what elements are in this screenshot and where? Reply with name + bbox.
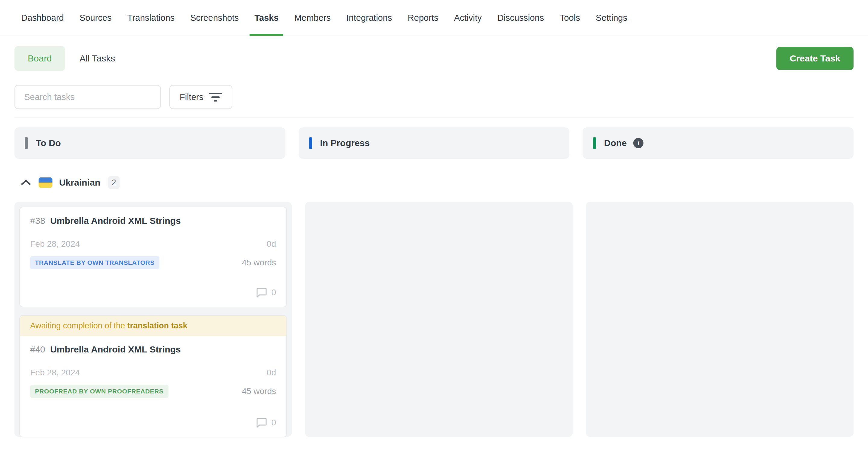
column-label-todo: To Do (36, 138, 61, 148)
task-word-count: 45 words (242, 258, 276, 267)
language-group-label: Ukrainian (59, 177, 100, 188)
nav-item-discussions[interactable]: Discussions (497, 13, 544, 36)
filter-lines-icon (209, 93, 222, 101)
nav-item-translations[interactable]: Translations (127, 13, 175, 36)
board-lanes: #38 Umbrella Android XML Strings Feb 28,… (14, 202, 854, 437)
task-word-count: 45 words (242, 387, 276, 396)
nav-item-tasks[interactable]: Tasks (254, 13, 278, 36)
nav-item-tools[interactable]: Tools (560, 13, 580, 36)
collapse-chevron-up-icon[interactable] (19, 176, 33, 189)
task-title-row: #40 Umbrella Android XML Strings (30, 344, 276, 355)
task-card-footer: 0 (30, 407, 276, 428)
workflow-step-badge: TRANSLATE BY OWN TRANSLATORS (30, 256, 159, 269)
done-info-icon[interactable]: i (633, 138, 644, 148)
column-header-done: Done i (583, 127, 854, 159)
in-progress-status-bar (309, 137, 312, 149)
column-header-in-progress: In Progress (299, 127, 569, 159)
filters-button[interactable]: Filters (169, 85, 232, 109)
nav-item-activity[interactable]: Activity (454, 13, 482, 36)
workflow-step-badge: PROOFREAD BY OWN PROOFREADERS (30, 385, 168, 398)
task-id: #38 (30, 216, 45, 226)
task-count-badge: 2 (108, 176, 120, 189)
page-content: Board All Tasks Create Task Filters To D… (0, 46, 868, 437)
column-label-done: Done (604, 138, 627, 148)
task-title: Umbrella Android XML Strings (50, 344, 181, 354)
task-card[interactable]: #38 Umbrella Android XML Strings Feb 28,… (19, 207, 287, 307)
nav-item-integrations[interactable]: Integrations (346, 13, 392, 36)
task-card[interactable]: Awaiting completion of the translation t… (19, 315, 287, 437)
lane-done (586, 202, 854, 437)
task-title-row: #38 Umbrella Android XML Strings (30, 216, 276, 226)
task-waiting-banner: Awaiting completion of the translation t… (20, 316, 286, 336)
task-card-body: #40 Umbrella Android XML Strings Feb 28,… (20, 336, 286, 437)
task-title: Umbrella Android XML Strings (50, 216, 181, 226)
top-navigation: Dashboard Sources Translations Screensho… (0, 0, 868, 36)
nav-item-settings[interactable]: Settings (596, 13, 627, 36)
tab-board[interactable]: Board (14, 46, 65, 71)
nav-item-dashboard[interactable]: Dashboard (21, 13, 64, 36)
task-date: Feb 28, 2024 (30, 239, 80, 249)
create-task-button[interactable]: Create Task (776, 47, 854, 70)
nav-item-reports[interactable]: Reports (408, 13, 438, 36)
banner-bold-text: translation task (127, 321, 187, 330)
task-meta-row: Feb 28, 2024 0d (30, 368, 276, 378)
comment-bubble-icon (256, 287, 267, 298)
task-badge-row: PROOFREAD BY OWN PROOFREADERS 45 words (30, 385, 276, 398)
tasks-toolbar: Board All Tasks Create Task (14, 46, 854, 71)
done-status-bar (593, 137, 596, 149)
comment-count: 0 (271, 418, 276, 427)
language-group-header: Ukrainian 2 (14, 176, 854, 189)
task-date: Feb 28, 2024 (30, 368, 80, 378)
lane-todo: #38 Umbrella Android XML Strings Feb 28,… (14, 202, 292, 437)
todo-status-bar (25, 137, 28, 149)
search-input[interactable] (14, 85, 161, 109)
comment-count: 0 (271, 288, 276, 297)
task-due: 0d (267, 239, 276, 249)
task-due: 0d (267, 368, 276, 378)
task-badge-row: TRANSLATE BY OWN TRANSLATORS 45 words (30, 256, 276, 269)
filter-bar: Filters (14, 85, 854, 118)
nav-item-members[interactable]: Members (294, 13, 331, 36)
board-column-headers: To Do In Progress Done i (14, 127, 854, 159)
tab-all-tasks[interactable]: All Tasks (80, 53, 115, 64)
filters-button-label: Filters (180, 92, 204, 102)
comment-bubble-icon (256, 418, 267, 428)
column-label-in-progress: In Progress (320, 138, 370, 148)
nav-item-screenshots[interactable]: Screenshots (190, 13, 239, 36)
lane-in-progress (305, 202, 572, 437)
task-card-body: #38 Umbrella Android XML Strings Feb 28,… (20, 207, 286, 307)
task-meta-row: Feb 28, 2024 0d (30, 239, 276, 249)
task-card-footer: 0 (30, 277, 276, 298)
task-id: #40 (30, 344, 45, 354)
column-header-todo: To Do (14, 127, 285, 159)
banner-text: Awaiting completion of the (30, 321, 127, 330)
nav-item-sources[interactable]: Sources (80, 13, 112, 36)
ukraine-flag-icon (38, 177, 53, 188)
